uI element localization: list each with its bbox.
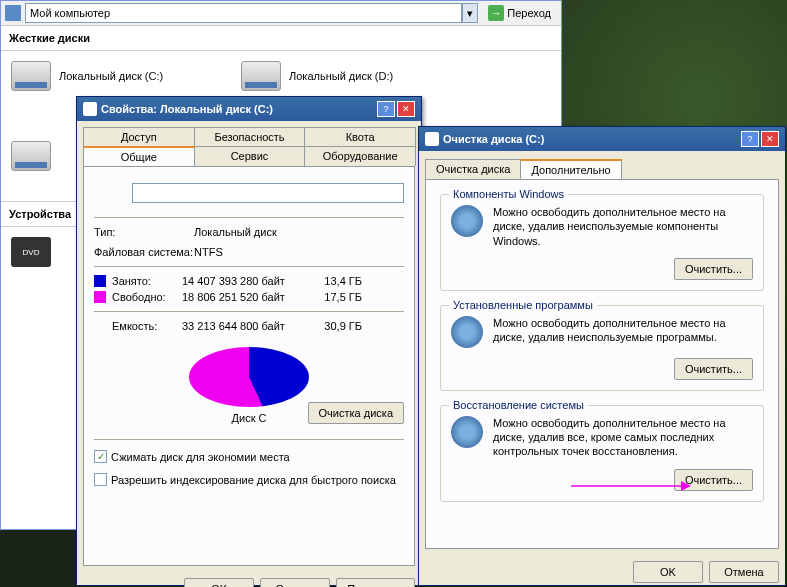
tab-hardware[interactable]: Оборудование xyxy=(304,146,416,166)
capacity-gb: 30,9 ГБ xyxy=(312,320,362,332)
free-bytes: 18 806 251 520 байт xyxy=(182,291,312,303)
capacity-bytes: 33 213 644 800 байт xyxy=(182,320,312,332)
apply-button[interactable]: Применить xyxy=(336,578,415,587)
window-title: Свойства: Локальный диск (C:) xyxy=(101,103,273,115)
tab-content-advanced: Компоненты Windows Можно освободить допо… xyxy=(425,179,779,549)
hdd-icon xyxy=(11,141,51,171)
compress-label: Сжимать диск для экономии места xyxy=(111,451,290,463)
clean-restore-button[interactable]: Очистить... xyxy=(674,469,753,491)
hdd-icon xyxy=(11,61,51,91)
fs-value: NTFS xyxy=(194,246,223,258)
ok-button[interactable]: OK xyxy=(184,578,254,587)
group-title: Компоненты Windows xyxy=(449,188,568,200)
go-button[interactable]: → Переход xyxy=(482,3,557,23)
tab-service[interactable]: Сервис xyxy=(194,146,306,166)
drive-large-icon xyxy=(94,177,122,209)
group-text: Можно освободить дополнительное место на… xyxy=(493,416,753,459)
ok-button[interactable]: OK xyxy=(633,561,703,583)
group-installed-programs: Установленные программы Можно освободить… xyxy=(440,305,764,391)
group-text: Можно освободить дополнительное место на… xyxy=(493,316,753,345)
go-label: Переход xyxy=(507,7,551,19)
tab-general[interactable]: Общие xyxy=(83,146,195,166)
group-windows-components: Компоненты Windows Можно освободить допо… xyxy=(440,194,764,291)
clean-programs-button[interactable]: Очистить... xyxy=(674,358,753,380)
tab-row-2: Общие Сервис Оборудование xyxy=(77,146,421,166)
clean-components-button[interactable]: Очистить... xyxy=(674,258,753,280)
close-button[interactable]: ✕ xyxy=(397,101,415,117)
used-color-icon xyxy=(94,275,106,287)
used-label: Занято: xyxy=(112,275,182,287)
restore-icon xyxy=(451,416,483,448)
type-value: Локальный диск xyxy=(194,226,277,238)
arrow-right-icon: → xyxy=(488,5,504,21)
dialog-buttons: OK Отмена xyxy=(419,555,785,587)
index-checkbox[interactable] xyxy=(94,473,107,486)
disk-cleanup-button[interactable]: Очистка диска xyxy=(308,402,404,424)
cleanup-icon xyxy=(425,132,439,146)
cancel-button[interactable]: Отмена xyxy=(260,578,330,587)
disk-cleanup-dialog: Очистка диска (C:) ? ✕ Очистка диска Доп… xyxy=(418,126,786,586)
dvd-icon xyxy=(11,237,51,267)
tab-content-general: Тип:Локальный диск Файловая система:NTFS… xyxy=(83,166,415,566)
tab-access[interactable]: Доступ xyxy=(83,127,195,146)
components-icon xyxy=(451,205,483,237)
used-gb: 13,4 ГБ xyxy=(312,275,362,287)
address-dropdown[interactable]: ▾ xyxy=(462,3,478,23)
free-gb: 17,5 ГБ xyxy=(312,291,362,303)
close-button[interactable]: ✕ xyxy=(761,131,779,147)
drive-d[interactable]: Локальный диск (D:) xyxy=(241,61,441,91)
index-label: Разрешить индексирование диска для быстр… xyxy=(111,474,396,486)
programs-icon xyxy=(451,316,483,348)
volume-name-input[interactable] xyxy=(132,183,404,203)
tab-security[interactable]: Безопасность xyxy=(194,127,306,146)
tab-quota[interactable]: Квота xyxy=(304,127,416,146)
free-color-icon xyxy=(94,291,106,303)
computer-icon xyxy=(5,5,21,21)
capacity-label: Емкость: xyxy=(112,320,182,332)
drive-icon xyxy=(83,102,97,116)
properties-dialog: Свойства: Локальный диск (C:) ? ✕ Доступ… xyxy=(76,96,422,586)
group-system-restore: Восстановление системы Можно освободить … xyxy=(440,405,764,502)
help-button[interactable]: ? xyxy=(741,131,759,147)
drive-c[interactable]: Локальный диск (C:) xyxy=(11,61,211,91)
tabs: Очистка диска Дополнительно xyxy=(419,151,785,179)
title-bar: Свойства: Локальный диск (C:) ? ✕ xyxy=(77,97,421,121)
address-field[interactable]: Мой компьютер xyxy=(25,3,462,23)
drive-label: Локальный диск (D:) xyxy=(289,70,393,82)
section-header-hdd: Жесткие диски xyxy=(1,26,561,51)
address-bar: Мой компьютер ▾ → Переход xyxy=(1,1,561,26)
free-label: Свободно: xyxy=(112,291,182,303)
group-title: Установленные программы xyxy=(449,299,597,311)
cancel-button[interactable]: Отмена xyxy=(709,561,779,583)
group-text: Можно освободить дополнительное место на… xyxy=(493,205,753,248)
window-title: Очистка диска (C:) xyxy=(443,133,544,145)
used-bytes: 14 407 393 280 байт xyxy=(182,275,312,287)
dialog-buttons: OK Отмена Применить xyxy=(77,572,421,587)
tab-row-1: Доступ Безопасность Квота xyxy=(77,121,421,146)
fs-label: Файловая система: xyxy=(94,246,194,258)
title-bar: Очистка диска (C:) ? ✕ xyxy=(419,127,785,151)
usage-pie-chart xyxy=(189,347,309,407)
tab-advanced[interactable]: Дополнительно xyxy=(520,159,621,179)
type-label: Тип: xyxy=(94,226,194,238)
tab-cleanup[interactable]: Очистка диска xyxy=(425,159,521,179)
group-title: Восстановление системы xyxy=(449,399,588,411)
drive-label: Локальный диск (C:) xyxy=(59,70,163,82)
help-button[interactable]: ? xyxy=(377,101,395,117)
compress-checkbox[interactable]: ✓ xyxy=(94,450,107,463)
hdd-icon xyxy=(241,61,281,91)
